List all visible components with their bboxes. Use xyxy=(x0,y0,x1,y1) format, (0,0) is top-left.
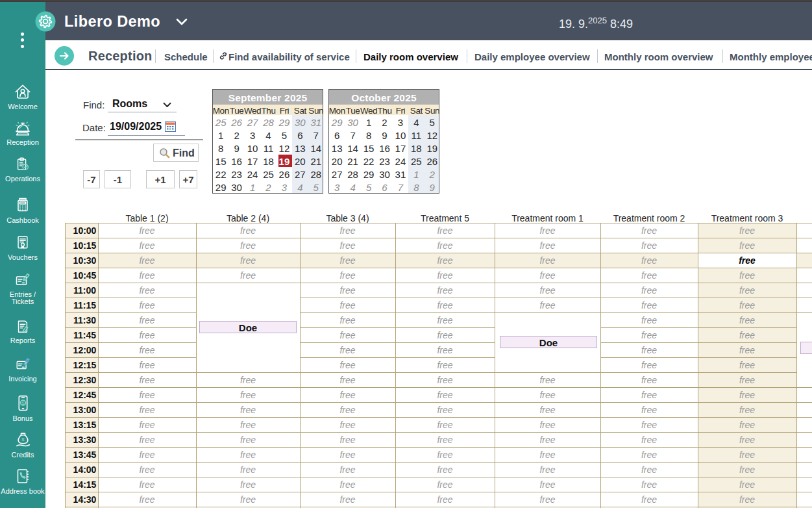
svg-text:$: $ xyxy=(21,437,25,442)
svg-text:$: $ xyxy=(21,400,24,406)
